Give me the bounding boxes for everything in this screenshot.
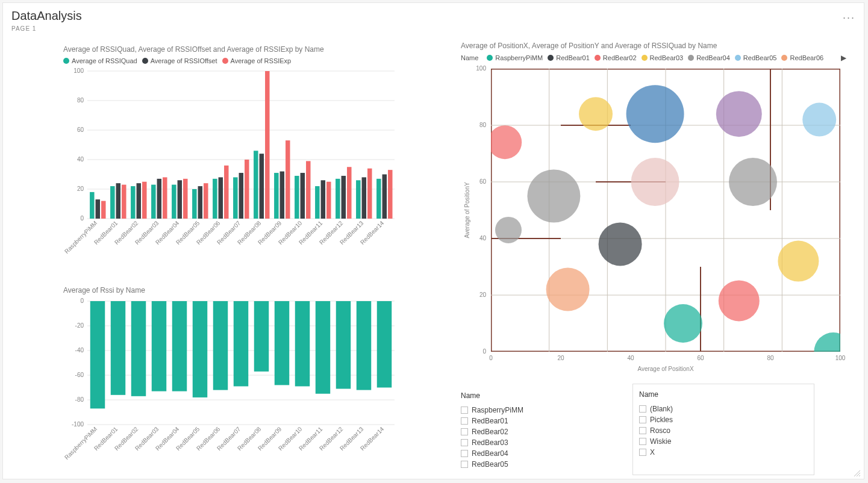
legend-label: RedBear05 (743, 54, 777, 61)
svg-rect-21 (137, 183, 141, 219)
chart-rssi-triple[interactable]: Average of RSSIQuad, Average of RSSIOffs… (63, 45, 401, 268)
svg-rect-57 (321, 180, 325, 219)
svg-text:0: 0 (482, 348, 486, 355)
svg-rect-64 (356, 180, 360, 219)
svg-rect-110 (357, 301, 371, 390)
legend-item[interactable]: RedBear06 (781, 54, 823, 61)
legend-item[interactable]: RedBear05 (735, 54, 777, 61)
legend-label: RedBear06 (790, 54, 823, 61)
legend-item[interactable]: RedBear04 (688, 54, 730, 61)
svg-point-132 (719, 280, 760, 321)
legend-swatch-icon (142, 58, 148, 64)
slicer-item[interactable]: X (639, 447, 808, 458)
svg-text:80: 80 (479, 122, 487, 128)
legend-swatch-icon (781, 55, 787, 61)
slicer-item-label: Wiskie (650, 437, 671, 446)
checkbox-icon[interactable] (461, 450, 468, 457)
slicer-item-label: RedBear05 (472, 460, 508, 469)
checkbox-icon[interactable] (639, 427, 646, 434)
svg-text:Average of PositionY: Average of PositionY (464, 182, 470, 238)
more-menu-button[interactable]: ··· (843, 11, 855, 24)
svg-text:20: 20 (479, 291, 487, 298)
legend-item[interactable]: RaspberryPiMM (487, 54, 543, 61)
slicer-item[interactable]: Pickles (639, 414, 808, 425)
slicer-title: Name (461, 391, 623, 400)
svg-text:RaspberryPiMM: RaspberryPiMM (63, 426, 98, 461)
svg-rect-68 (376, 179, 381, 219)
legend-scroll-right-icon[interactable]: ▶ (841, 54, 846, 62)
legend-swatch-icon (548, 55, 554, 61)
chart-legend: NameRaspberryPiMMRedBear01RedBear02RedBe… (461, 54, 846, 62)
svg-text:-40: -40 (75, 347, 84, 354)
legend-item[interactable]: Average of RSSIQuad (63, 57, 137, 64)
chart-title: Average of RSSIQuad, Average of RSSIOffs… (63, 45, 401, 54)
checkbox-icon[interactable] (639, 416, 646, 423)
svg-point-130 (664, 304, 702, 343)
svg-point-135 (802, 103, 836, 137)
checkbox-icon[interactable] (639, 405, 646, 413)
slicer-item[interactable]: RedBear05 (461, 459, 623, 470)
slicer-item-label: X (650, 448, 655, 457)
legend-swatch-icon (222, 58, 228, 64)
resize-handle-icon[interactable] (853, 468, 860, 475)
chart-bubble-map[interactable]: Average of PositionX, Average of Positio… (461, 42, 846, 379)
legend-label: RedBear04 (696, 54, 730, 61)
svg-rect-54 (306, 161, 310, 219)
chart-rssi-avg[interactable]: Average of Rssi by Name 0-20-40-60-80-10… (63, 286, 401, 467)
svg-rect-13 (96, 199, 100, 219)
slicer-item[interactable]: RedBear03 (461, 437, 623, 448)
slicer-item[interactable]: RedBear01 (461, 416, 623, 426)
svg-rect-65 (362, 177, 366, 219)
svg-text:0: 0 (80, 215, 84, 222)
svg-point-134 (527, 170, 580, 223)
slicer-name-devices[interactable]: Name RaspberryPiMMRedBear01RedBear02RedB… (461, 391, 623, 470)
svg-rect-29 (178, 180, 182, 219)
svg-rect-100 (254, 301, 269, 372)
svg-text:-80: -80 (75, 396, 84, 403)
legend-item[interactable]: Average of RSSIOffset (142, 57, 217, 64)
svg-rect-49 (280, 172, 284, 219)
svg-rect-42 (245, 160, 249, 219)
svg-rect-66 (367, 169, 372, 219)
svg-rect-56 (315, 186, 319, 219)
svg-point-133 (778, 241, 819, 282)
slicer-item-label: RedBear03 (472, 438, 508, 447)
checkbox-icon[interactable] (461, 407, 468, 414)
legend-item[interactable]: Average of RSSIExp (222, 57, 292, 64)
legend-item[interactable]: RedBear01 (548, 54, 590, 61)
svg-text:80: 80 (77, 97, 84, 104)
slicer-item[interactable]: Rosco (639, 425, 808, 436)
svg-point-138 (626, 85, 684, 143)
slicer-item[interactable]: Wiskie (639, 436, 808, 447)
report-header: DataAnalysis PAGE 1 (11, 9, 82, 32)
legend-swatch-icon (63, 58, 69, 64)
svg-rect-88 (131, 301, 146, 396)
svg-rect-38 (224, 166, 228, 219)
checkbox-icon[interactable] (461, 428, 468, 435)
slicer-item-label: RaspberryPiMM (472, 406, 523, 414)
svg-rect-94 (193, 301, 207, 397)
slicer-item-label: RedBear01 (472, 417, 508, 425)
svg-text:40: 40 (479, 235, 487, 241)
svg-rect-98 (234, 301, 248, 386)
svg-point-143 (488, 125, 522, 159)
svg-rect-36 (213, 179, 217, 219)
svg-rect-84 (90, 301, 105, 408)
checkbox-icon[interactable] (639, 438, 646, 445)
svg-text:40: 40 (77, 156, 84, 163)
slicer-item[interactable]: RaspberryPiMM (461, 405, 623, 416)
svg-rect-34 (204, 183, 208, 219)
checkbox-icon[interactable] (461, 417, 468, 425)
checkbox-icon[interactable] (461, 461, 468, 468)
checkbox-icon[interactable] (639, 449, 646, 456)
svg-point-139 (729, 158, 777, 206)
slicer-item-label: RedBear02 (472, 428, 508, 436)
checkbox-icon[interactable] (461, 439, 468, 446)
legend-item[interactable]: RedBear03 (642, 54, 684, 61)
slicer-item[interactable]: (Blank) (639, 404, 808, 414)
slicer-name-pets[interactable]: Name (Blank)PicklesRoscoWiskieX (632, 384, 814, 475)
legend-item[interactable]: RedBear02 (595, 54, 637, 61)
svg-text:-100: -100 (72, 421, 84, 428)
slicer-item[interactable]: RedBear02 (461, 426, 623, 437)
slicer-item[interactable]: RedBear04 (461, 448, 623, 459)
